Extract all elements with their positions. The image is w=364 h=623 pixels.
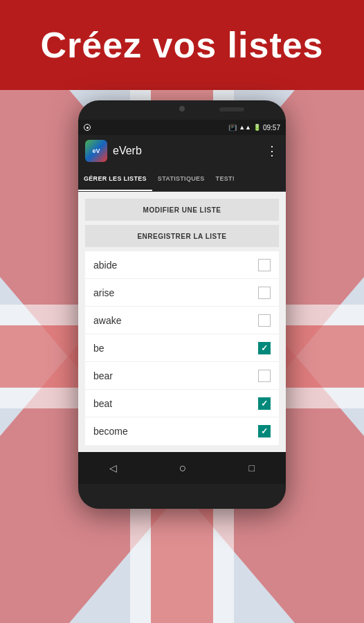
verb-label-be: be xyxy=(93,343,104,354)
phone-bottom xyxy=(78,484,286,503)
verb-row-bear: bear xyxy=(85,362,279,390)
checkbox-be[interactable] xyxy=(258,342,271,354)
phone-camera xyxy=(179,106,185,111)
tab-statistics[interactable]: STATISTIQUES xyxy=(152,166,210,191)
modify-list-button[interactable]: MODIFIER UNE LISTE xyxy=(85,199,279,221)
checkbox-abide[interactable] xyxy=(258,259,271,271)
verb-row-beat: beat xyxy=(85,390,279,417)
status-left xyxy=(84,124,91,131)
time-display: 09:57 xyxy=(263,124,280,132)
back-button[interactable]: ◁ xyxy=(109,462,117,473)
tab-manage-lists[interactable]: GÉRER LES LISTES xyxy=(78,166,152,191)
checkbox-awake[interactable] xyxy=(258,314,271,327)
verb-row-become: become xyxy=(85,417,279,445)
verb-list: abide arise awake be xyxy=(85,251,279,445)
header-banner: Créez vos listes xyxy=(0,0,364,90)
verb-label-arise: arise xyxy=(93,287,114,298)
verb-row-abide: abide xyxy=(85,251,279,279)
more-options-icon[interactable]: ⋮ xyxy=(266,143,279,159)
target-icon xyxy=(84,124,91,131)
battery-icon: 🔋 xyxy=(253,124,261,131)
verb-label-awake: awake xyxy=(93,315,121,326)
verb-label-beat: beat xyxy=(93,398,112,409)
status-bar: 📳 ▲▲ 🔋 09:57 xyxy=(78,120,286,135)
phone-nav-bar: ◁ ○ □ xyxy=(78,452,286,484)
vibrate-icon: 📳 xyxy=(228,124,237,132)
content-area: MODIFIER UNE LISTE ENREGISTRER LA LISTE … xyxy=(78,192,286,452)
app-name: eVerb xyxy=(113,145,266,157)
verb-row-be: be xyxy=(85,334,279,362)
phone-wrapper: 📳 ▲▲ 🔋 09:57 eV eVerb ⋮ GÉRER LES LISTES xyxy=(78,100,286,509)
recent-apps-button[interactable]: □ xyxy=(249,462,255,473)
checkbox-arise[interactable] xyxy=(258,287,271,299)
phone-speaker xyxy=(219,107,244,111)
verb-label-bear: bear xyxy=(93,370,113,381)
verb-row-awake: awake xyxy=(85,307,279,334)
verb-row-arise: arise xyxy=(85,279,279,307)
app-logo: eV xyxy=(85,140,107,162)
signal-icon: ▲▲ xyxy=(239,124,251,131)
app-toolbar: eV eVerb ⋮ xyxy=(78,135,286,167)
checkbox-bear[interactable] xyxy=(258,370,271,382)
header-title: Créez vos listes xyxy=(40,24,323,66)
app-screen: eV eVerb ⋮ GÉRER LES LISTES STATISTIQUES… xyxy=(78,135,286,452)
tabs-bar: GÉRER LES LISTES STATISTIQUES TEST! xyxy=(78,167,286,192)
phone-top-bar xyxy=(78,100,286,120)
tab-test[interactable]: TEST! xyxy=(210,166,241,191)
home-button[interactable]: ○ xyxy=(179,461,187,476)
status-right: 📳 ▲▲ 🔋 09:57 xyxy=(228,124,280,132)
checkbox-beat[interactable] xyxy=(258,397,271,410)
save-list-button[interactable]: ENREGISTRER LA LISTE xyxy=(85,225,279,247)
checkbox-become[interactable] xyxy=(258,425,271,437)
verb-label-abide: abide xyxy=(93,260,117,271)
verb-label-become: become xyxy=(93,426,128,437)
phone-body: 📳 ▲▲ 🔋 09:57 eV eVerb ⋮ GÉRER LES LISTES xyxy=(78,100,286,509)
